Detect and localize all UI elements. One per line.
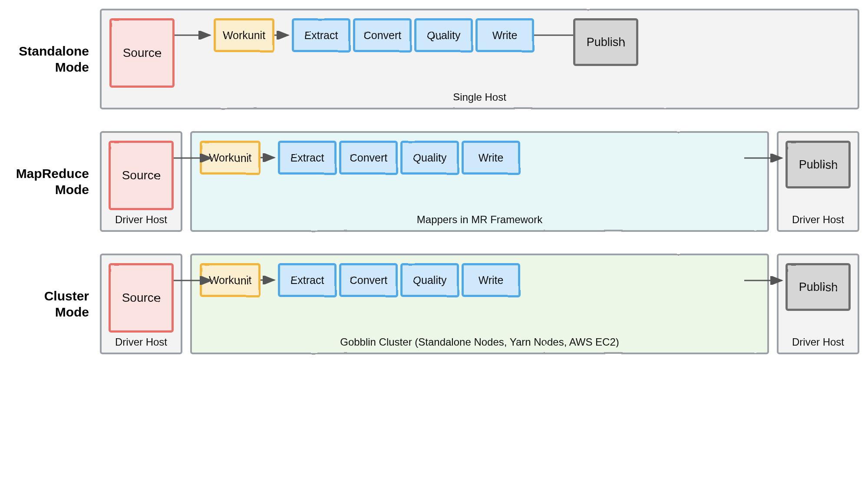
node-quality: Quality <box>400 141 459 175</box>
node-workunit: Workunit <box>200 263 261 297</box>
node-quality: Quality <box>400 263 459 297</box>
node-source: Source <box>109 263 174 333</box>
caption-single-host: Single Host <box>102 91 858 103</box>
container-driver-left: Source Driver Host <box>100 131 182 232</box>
flow-standalone: Source Workunit Extract Convert Quality … <box>109 18 638 88</box>
node-convert: Convert <box>339 263 398 297</box>
arrow-icon <box>261 141 278 175</box>
node-workunit: Workunit <box>214 18 274 52</box>
arrow-icon <box>534 18 573 52</box>
node-write: Write <box>475 18 534 52</box>
node-publish: Publish <box>785 263 851 311</box>
arrow-icon <box>261 263 278 297</box>
node-convert: Convert <box>339 141 398 175</box>
row-mapreduce: MapReduce Mode Source Driver Host Workun… <box>9 131 859 232</box>
node-quality: Quality <box>414 18 473 52</box>
flow-mapreduce: Workunit Extract Convert Quality Write <box>200 141 520 175</box>
stage-group: Extract Convert Quality Write <box>278 141 520 175</box>
container-mappers: Workunit Extract Convert Quality Write M… <box>190 131 769 232</box>
lane-standalone: Source Workunit Extract Convert Quality … <box>100 9 859 109</box>
node-extract: Extract <box>278 141 337 175</box>
node-source: Source <box>109 18 175 88</box>
arrow-icon <box>274 18 292 52</box>
mode-label-standalone: Standalone Mode <box>9 43 100 76</box>
node-write: Write <box>462 263 520 297</box>
mode-label-mapreduce: MapReduce Mode <box>9 165 100 198</box>
node-write: Write <box>462 141 520 175</box>
container-driver-right: Publish Driver Host <box>777 131 859 232</box>
container-cluster: Workunit Extract Convert Quality Write G… <box>190 254 769 354</box>
stage-group: Extract Convert Quality Write <box>292 18 534 52</box>
caption-mappers: Mappers in MR Framework <box>192 214 767 226</box>
node-convert: Convert <box>353 18 412 52</box>
flow-cluster: Workunit Extract Convert Quality Write <box>200 263 520 297</box>
row-standalone: Standalone Mode Source Workunit Extract … <box>9 9 859 109</box>
node-publish: Publish <box>573 18 638 66</box>
caption-driver-right: Driver Host <box>779 336 858 348</box>
node-workunit: Workunit <box>200 141 261 175</box>
node-extract: Extract <box>278 263 337 297</box>
lane-mapreduce: Source Driver Host Workunit Extract Conv… <box>100 131 859 232</box>
node-source: Source <box>109 141 174 210</box>
arrow-icon <box>175 18 214 52</box>
caption-driver-left: Driver Host <box>102 214 181 226</box>
mode-label-cluster: Cluster Mode <box>9 288 100 320</box>
caption-driver-left: Driver Host <box>102 336 181 348</box>
node-extract: Extract <box>292 18 350 52</box>
lane-cluster: Source Driver Host Workunit Extract Conv… <box>100 254 859 354</box>
stage-group: Extract Convert Quality Write <box>278 263 520 297</box>
caption-cluster: Gobblin Cluster (Standalone Nodes, Yarn … <box>192 336 767 348</box>
container-single-host: Source Workunit Extract Convert Quality … <box>100 9 859 109</box>
caption-driver-right: Driver Host <box>779 214 858 226</box>
node-publish: Publish <box>785 141 851 188</box>
row-cluster: Cluster Mode Source Driver Host Workunit… <box>9 254 859 354</box>
container-driver-left: Source Driver Host <box>100 254 182 354</box>
container-driver-right: Publish Driver Host <box>777 254 859 354</box>
